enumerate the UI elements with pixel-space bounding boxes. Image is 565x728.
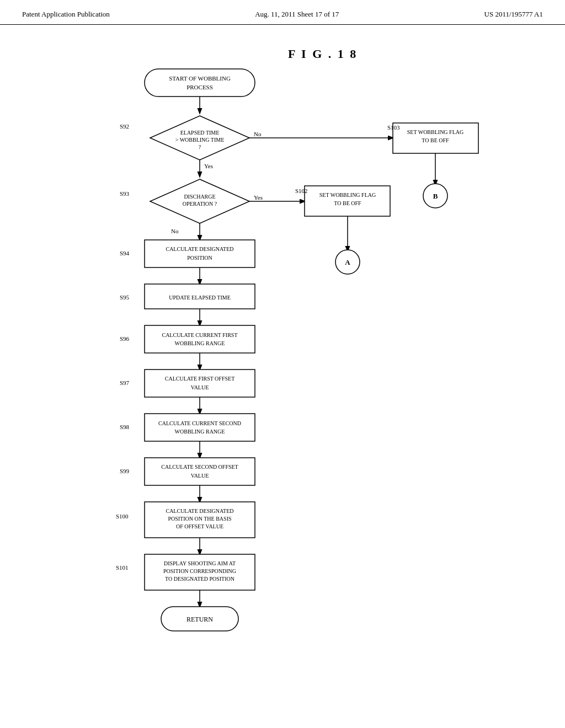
s97-node (145, 370, 255, 397)
svg-text:Yes: Yes (204, 163, 213, 169)
s99-label: S99 (120, 468, 130, 474)
svg-text:CALCULATE DESIGNATED: CALCULATE DESIGNATED (166, 246, 233, 252)
svg-text:SET WOBBLING FLAG: SET WOBBLING FLAG (319, 192, 376, 198)
page-header: Patent Application Publication Aug. 11, … (0, 0, 565, 25)
svg-text:POSITION: POSITION (187, 255, 212, 261)
s96-label: S96 (120, 335, 130, 342)
svg-text:CALCULATE CURRENT SECOND: CALCULATE CURRENT SECOND (158, 420, 241, 426)
svg-text:WOBBLING RANGE: WOBBLING RANGE (175, 429, 225, 435)
s103-label: S103 (387, 124, 400, 131)
s96-node (145, 325, 255, 353)
svg-text:POSITION CORRESPONDING: POSITION CORRESPONDING (163, 568, 236, 574)
svg-text:A: A (345, 258, 350, 266)
svg-text:Yes: Yes (254, 194, 263, 201)
s100-label: S100 (116, 513, 129, 520)
s95-label: S95 (120, 294, 130, 301)
svg-text:UPDATE ELAPSED TIME: UPDATE ELAPSED TIME (169, 295, 230, 301)
svg-text:CALCULATE DESIGNATED: CALCULATE DESIGNATED (166, 508, 233, 514)
flowchart-svg: F I G . 1 8 START OF WOBBLING PROCESS S9… (34, 36, 531, 714)
svg-text:?: ? (199, 144, 201, 150)
header-center: Aug. 11, 2011 Sheet 17 of 17 (255, 10, 339, 19)
svg-text:CALCULATE SECOND OFFSET: CALCULATE SECOND OFFSET (161, 464, 238, 470)
svg-text:CALCULATE FIRST OFFSET: CALCULATE FIRST OFFSET (165, 376, 235, 382)
svg-text:SET WOBBLING FLAG: SET WOBBLING FLAG (407, 129, 463, 135)
svg-text:POSITION ON THE BASIS: POSITION ON THE BASIS (168, 516, 231, 522)
s97-label: S97 (120, 379, 130, 386)
svg-text:VALUE: VALUE (191, 473, 209, 479)
s102-label: S102 (295, 188, 308, 194)
svg-text:TO BE OFF: TO BE OFF (422, 137, 449, 143)
diagram-area: F I G . 1 8 START OF WOBBLING PROCESS S9… (0, 25, 565, 725)
header-left: Patent Application Publication (22, 10, 110, 19)
s101-label: S101 (116, 564, 129, 571)
svg-text:B: B (433, 192, 438, 200)
svg-text:DISCHARGE: DISCHARGE (184, 194, 215, 200)
svg-text:PROCESS: PROCESS (186, 84, 213, 90)
s93-label: S93 (120, 190, 130, 197)
svg-text:VALUE: VALUE (191, 384, 209, 390)
svg-text:RETURN: RETURN (186, 615, 213, 623)
s99-node (145, 458, 255, 485)
svg-text:TO BE OFF: TO BE OFF (334, 200, 361, 206)
svg-text:OPERATION ?: OPERATION ? (183, 201, 217, 207)
svg-text:CALCULATE CURRENT FIRST: CALCULATE CURRENT FIRST (162, 332, 237, 338)
s94-node (145, 240, 255, 267)
header-right: US 2011/195777 A1 (484, 10, 543, 19)
svg-text:No: No (171, 228, 179, 234)
svg-text:WOBBLING RANGE: WOBBLING RANGE (175, 340, 225, 346)
s94-label: S94 (120, 250, 130, 256)
s92-label: S92 (120, 123, 129, 130)
fig-label: F I G . 1 8 (288, 47, 358, 61)
svg-text:DISPLAY SHOOTING AIM AT: DISPLAY SHOOTING AIM AT (164, 560, 236, 566)
svg-text:> WOBBLING TIME: > WOBBLING TIME (175, 137, 225, 143)
svg-text:TO DESIGNATED POSITION: TO DESIGNATED POSITION (165, 576, 234, 582)
svg-text:START OF WOBBLING: START OF WOBBLING (169, 75, 231, 82)
svg-text:OF OFFSET VALUE: OF OFFSET VALUE (176, 523, 223, 529)
svg-text:ELAPSED TIME: ELAPSED TIME (180, 130, 220, 136)
s98-node (145, 414, 255, 441)
start-node (145, 69, 255, 97)
s98-label: S98 (120, 424, 130, 430)
svg-text:No: No (254, 131, 262, 137)
